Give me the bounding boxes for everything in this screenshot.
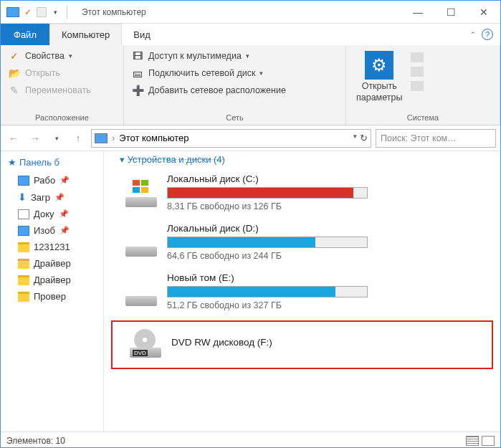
sidebar-item[interactable]: ⬇Загр📌 bbox=[8, 189, 103, 206]
open-settings-button[interactable]: ⚙ Открыть параметры bbox=[352, 48, 406, 105]
tab-file[interactable]: Файл bbox=[1, 24, 49, 45]
drive-item[interactable]: Новый том (E:)51,2 ГБ свободно из 327 ГБ bbox=[111, 268, 493, 318]
maximize-button[interactable]: ☐ bbox=[434, 1, 467, 24]
sidebar-item-label: Доку bbox=[34, 209, 54, 219]
folder-icon bbox=[18, 242, 29, 252]
group-system-label: Система bbox=[352, 112, 494, 122]
drive-item[interactable]: Локальный диск (C:)8,31 ГБ свободно из 1… bbox=[111, 169, 493, 219]
rename-icon: ✎ bbox=[8, 84, 21, 97]
system-props-icon[interactable] bbox=[411, 67, 424, 77]
sidebar: ★ Панель б Рабо📌⬇Загр📌Доку📌Изоб📌1231231Д… bbox=[1, 151, 104, 432]
properties-label: Свойства bbox=[25, 51, 65, 61]
computer-icon[interactable] bbox=[6, 7, 19, 17]
tab-computer[interactable]: Компьютер bbox=[49, 24, 122, 45]
rename-button[interactable]: ✎Переименовать bbox=[6, 82, 118, 98]
open-button[interactable]: 📂Открыть bbox=[6, 65, 118, 81]
back-button[interactable]: ← bbox=[5, 130, 22, 147]
gear-icon: ⚙ bbox=[365, 51, 393, 80]
forward-button[interactable]: → bbox=[27, 130, 44, 147]
window-title: Этот компьютер bbox=[76, 7, 401, 17]
open-label: Открыть bbox=[25, 68, 60, 78]
sidebar-item-label: Провер bbox=[34, 291, 66, 302]
details-view-icon[interactable] bbox=[466, 436, 479, 446]
sidebar-item-label: Драйвер bbox=[34, 275, 71, 285]
uninstall-icon[interactable] bbox=[411, 52, 424, 62]
breadcrumb[interactable]: Этот компьютер bbox=[119, 133, 189, 143]
folder-icon bbox=[18, 292, 29, 302]
drive-item[interactable]: DVDDVD RW дисковод (F:) bbox=[115, 325, 489, 365]
close-button[interactable]: ✕ bbox=[467, 1, 500, 24]
add-netlocation-button[interactable]: ➕Добавить сетевое расположение bbox=[130, 82, 340, 98]
media-access-button[interactable]: 🎞Доступ к мультимедиа ▾ bbox=[130, 48, 340, 64]
check-icon: ✓ bbox=[8, 49, 21, 62]
drive-name: DVD RW дисковод (F:) bbox=[171, 337, 489, 348]
sidebar-item[interactable]: Доку📌 bbox=[8, 206, 103, 222]
minimize-button[interactable]: — bbox=[401, 1, 434, 24]
quick-access-label: Панель б bbox=[19, 157, 59, 168]
media-access-label: Доступ к мультимедиа bbox=[148, 51, 242, 61]
titlebar: ✓ ▾ Этот компьютер — ☐ ✕ bbox=[1, 1, 500, 24]
pin-icon: 📌 bbox=[54, 193, 65, 202]
history-dropdown-icon[interactable]: ▾ bbox=[48, 130, 65, 147]
item-count: Элементов: 10 bbox=[6, 436, 65, 446]
star-icon: ★ bbox=[8, 157, 16, 168]
connect-netdrive-label: Подключить сетевой диск bbox=[148, 68, 255, 78]
refresh-icon[interactable]: ↻ bbox=[360, 133, 368, 143]
group-network-label: Сеть bbox=[130, 112, 340, 122]
pin-icon: 📌 bbox=[59, 176, 70, 185]
connect-netdrive-button[interactable]: 🖴Подключить сетевой диск ▾ bbox=[130, 65, 340, 81]
drive-name: Новый том (E:) bbox=[167, 272, 493, 283]
drive-icon: DVD bbox=[130, 329, 161, 358]
drive-icon bbox=[125, 277, 157, 306]
up-button[interactable]: ↑ bbox=[70, 130, 87, 147]
sidebar-item[interactable]: Драйвер bbox=[8, 255, 103, 272]
properties-button[interactable]: ✓Свойства ▾ bbox=[6, 48, 118, 64]
drive-bar bbox=[167, 237, 368, 248]
sidebar-item[interactable]: 1231231 bbox=[8, 239, 103, 255]
open-icon: 📂 bbox=[8, 67, 21, 80]
drive-icon bbox=[125, 178, 157, 207]
search-placeholder: Поиск: Этот ком… bbox=[381, 133, 457, 143]
sidebar-item-label: Драйвер bbox=[34, 258, 71, 269]
drive-name: Локальный диск (C:) bbox=[167, 173, 493, 184]
drive-stat: 8,31 ГБ свободно из 126 ГБ bbox=[167, 201, 493, 211]
media-icon: 🎞 bbox=[131, 49, 144, 62]
main-pane: ▾ Устройства и диски (4) Локальный диск … bbox=[104, 151, 500, 432]
ribbon-collapse-icon[interactable]: ⌃ bbox=[470, 31, 476, 38]
netdrive-icon: 🖴 bbox=[131, 67, 144, 80]
tab-view[interactable]: Вид bbox=[122, 24, 162, 45]
sidebar-item-label: Загр bbox=[31, 192, 50, 203]
search-input[interactable]: Поиск: Этот ком… bbox=[376, 129, 496, 148]
open-settings-label1: Открыть bbox=[362, 81, 397, 91]
qat-dropdown-icon[interactable]: ▾ bbox=[49, 6, 61, 18]
navbar: ← → ▾ ↑ › Этот компьютер ▾ ↻ Поиск: Этот… bbox=[1, 125, 500, 151]
section-header[interactable]: ▾ Устройства и диски (4) bbox=[111, 151, 493, 169]
drive-stat: 51,2 ГБ свободно из 327 ГБ bbox=[167, 300, 493, 310]
address-dropdown-icon[interactable]: ▾ bbox=[353, 133, 357, 143]
properties-qat-icon[interactable]: ✓ bbox=[22, 6, 34, 18]
drive-item[interactable]: Локальный диск (D:)64,6 ГБ свободно из 2… bbox=[111, 219, 493, 268]
help-icon[interactable]: ? bbox=[482, 29, 493, 40]
quick-access[interactable]: ★ Панель б bbox=[8, 157, 103, 168]
sidebar-item[interactable]: Драйвер bbox=[8, 272, 103, 288]
add-netlocation-label: Добавить сетевое расположение bbox=[148, 85, 286, 95]
computer-icon bbox=[95, 133, 108, 143]
image-icon bbox=[18, 226, 29, 236]
drive-bar bbox=[167, 187, 368, 199]
rename-label: Переименовать bbox=[25, 85, 91, 95]
manage-icon[interactable] bbox=[411, 81, 424, 91]
statusbar: Элементов: 10 bbox=[1, 432, 500, 448]
folder-icon bbox=[18, 259, 29, 269]
downloads-icon: ⬇ bbox=[18, 191, 27, 203]
document-icon bbox=[18, 209, 29, 219]
large-icons-view-icon[interactable] bbox=[482, 436, 495, 446]
sidebar-item[interactable]: Провер bbox=[8, 288, 103, 305]
sidebar-item[interactable]: Изоб📌 bbox=[8, 222, 103, 239]
address-bar[interactable]: › Этот компьютер ▾ ↻ bbox=[91, 129, 371, 148]
group-location-label: Расположение bbox=[6, 112, 118, 122]
sidebar-item-label: Рабо bbox=[34, 175, 55, 186]
sidebar-item[interactable]: Рабо📌 bbox=[8, 172, 103, 189]
drive-bar bbox=[167, 286, 368, 297]
drive-icon bbox=[125, 228, 157, 257]
folder-qat-icon[interactable] bbox=[37, 7, 47, 17]
